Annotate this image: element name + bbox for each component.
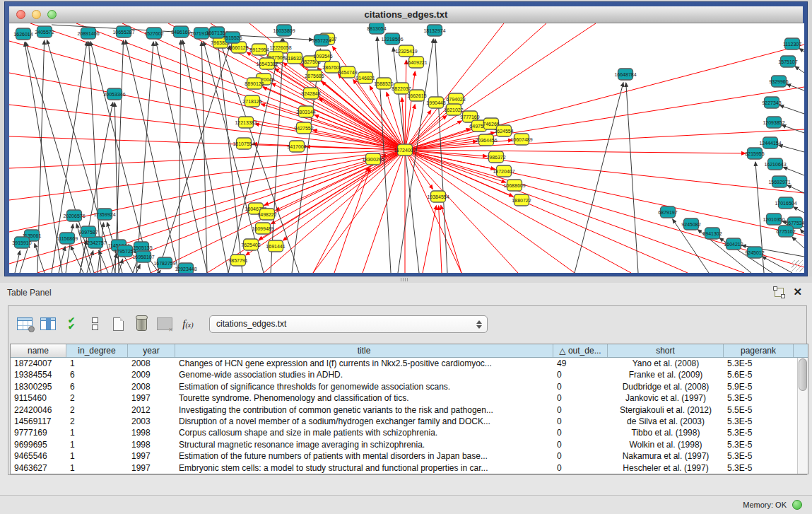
cell-pagerank[interactable]: 5.5E-5: [724, 404, 794, 416]
cell-pagerank[interactable]: 5.6E-5: [724, 369, 794, 380]
cell-year[interactable]: 1998: [128, 427, 175, 438]
cell-year[interactable]: 2012: [128, 404, 175, 416]
cell-title[interactable]: Structural magnetic resonance image aver…: [175, 439, 553, 450]
cell-in-degree[interactable]: 1: [66, 358, 128, 369]
cell-out-de-[interactable]: 0: [553, 427, 608, 438]
cell-short[interactable]: Tibbo et al. (1998): [608, 427, 724, 438]
cell-in-degree[interactable]: 6: [66, 381, 128, 392]
cell-year[interactable]: 1998: [128, 439, 175, 450]
cell-pagerank[interactable]: 5.3E-5: [724, 450, 794, 462]
window-titlebar[interactable]: citations_edges.txt: [9, 6, 803, 23]
scrollbar-thumb[interactable]: [799, 358, 807, 391]
cell-out-de-[interactable]: 0: [553, 450, 608, 462]
close-panel-icon[interactable]: ✕: [793, 286, 802, 298]
splitter-grip-icon[interactable]: [401, 278, 409, 281]
cell-short[interactable]: de Silva et al. (2003): [608, 416, 724, 427]
cell-short[interactable]: Franke et al. (2009): [608, 369, 724, 380]
table-row[interactable]: 1872400712008Changes of HCN gene express…: [11, 358, 797, 369]
canvas-resize-grip[interactable]: [792, 260, 803, 271]
table-row[interactable]: 2242004622012Investigating the contribut…: [11, 404, 797, 416]
column-header-out-de-[interactable]: △ out_de...: [553, 344, 608, 357]
cell-in-degree[interactable]: 2: [66, 416, 128, 427]
cell-year[interactable]: 2008: [128, 358, 175, 369]
cell-out-de-[interactable]: 0: [553, 462, 608, 474]
stacked-rows-icon[interactable]: [84, 314, 105, 334]
cell-year[interactable]: 2003: [128, 416, 175, 427]
cell-short[interactable]: Wolkin et al. (1998): [608, 439, 724, 450]
cell-out-de-[interactable]: 0: [553, 369, 608, 380]
cell-in-degree[interactable]: 6: [66, 369, 128, 380]
cell-title[interactable]: Estimation of significance thresholds fo…: [175, 381, 553, 392]
cell-year[interactable]: 1997: [128, 450, 175, 462]
table-row[interactable]: 1830029562008Estimation of significance …: [11, 381, 797, 392]
table-settings-icon[interactable]: [14, 314, 35, 334]
column-header-year[interactable]: year: [128, 344, 175, 357]
table-row[interactable]: 969969511998Structural magnetic resonanc…: [11, 439, 797, 450]
cell-title[interactable]: Estimation of the future numbers of pati…: [175, 450, 553, 462]
cell-name[interactable]: 18300295: [11, 381, 66, 392]
cell-out-de-[interactable]: 0: [553, 381, 608, 392]
cell-short[interactable]: Stergiakouli et al. (2012): [608, 404, 724, 416]
cell-pagerank[interactable]: 5.3E-5: [724, 439, 794, 450]
column-header-title[interactable]: title: [175, 344, 553, 357]
cell-name[interactable]: 9115460: [11, 392, 66, 404]
cell-title[interactable]: Genome-wide association studies in ADHD.: [175, 369, 553, 380]
cell-short[interactable]: Jankovic et al. (1997): [608, 392, 724, 404]
cell-title[interactable]: Changes of HCN gene expression and I(f) …: [175, 358, 553, 369]
column-header-pagerank[interactable]: pagerank: [724, 344, 794, 357]
cell-year[interactable]: 2008: [128, 381, 175, 392]
cell-year[interactable]: 1997: [128, 392, 175, 404]
column-header-name[interactable]: name: [11, 344, 66, 357]
cell-name[interactable]: 19384554: [11, 369, 66, 380]
cell-in-degree[interactable]: 2: [66, 392, 128, 404]
cell-name[interactable]: 9699695: [11, 439, 66, 450]
cell-name[interactable]: 9463627: [11, 462, 66, 474]
cell-name[interactable]: 22420046: [11, 404, 66, 416]
vertical-scrollbar[interactable]: [797, 358, 808, 474]
cell-title[interactable]: Disruption of a novel member of a sodium…: [175, 416, 553, 427]
cell-pagerank[interactable]: 5.3E-5: [724, 392, 794, 404]
cell-out-de-[interactable]: 0: [553, 392, 608, 404]
cell-pagerank[interactable]: 5.9E-5: [724, 381, 794, 392]
cell-pagerank[interactable]: 5.3E-5: [724, 358, 794, 369]
cell-in-degree[interactable]: 2: [66, 404, 128, 416]
cell-out-de-[interactable]: 0: [553, 404, 608, 416]
table-row[interactable]: 946362711997Embryonic stem cells: a mode…: [11, 462, 797, 474]
cell-in-degree[interactable]: 1: [66, 439, 128, 450]
select-all-checks-icon[interactable]: ✔✔: [61, 314, 82, 334]
cell-in-degree[interactable]: 1: [66, 450, 128, 462]
table-row[interactable]: 1456911722003Disruption of a novel membe…: [11, 416, 797, 427]
cell-short[interactable]: Hescheler et al. (1997): [608, 462, 724, 474]
function-builder-icon[interactable]: f(x): [177, 314, 199, 334]
cell-title[interactable]: Investigating the contribution of common…: [175, 404, 553, 416]
table-selector-dropdown[interactable]: citations_edges.txt: [209, 315, 488, 333]
new-document-icon[interactable]: [107, 314, 129, 334]
cell-pagerank[interactable]: 5.3E-5: [724, 416, 794, 427]
cell-title[interactable]: Corpus callosum shape and size in male p…: [175, 427, 553, 438]
column-header-short[interactable]: short: [608, 344, 724, 357]
cell-in-degree[interactable]: 1: [66, 427, 128, 438]
column-header-in-degree[interactable]: in_degree: [66, 344, 128, 357]
table-row[interactable]: 1938455462009Genome-wide association stu…: [11, 369, 797, 380]
cell-pagerank[interactable]: 5.3E-5: [724, 462, 794, 474]
cell-name[interactable]: 14569117: [11, 416, 66, 427]
cell-title[interactable]: Embryonic stem cells: a model to study s…: [175, 462, 553, 474]
cell-out-de-[interactable]: 0: [553, 439, 608, 450]
panel-splitter[interactable]: [0, 276, 812, 283]
table-row[interactable]: 911546021997Tourette syndrome. Phenomeno…: [11, 392, 797, 404]
delete-trash-icon[interactable]: [131, 314, 152, 334]
cell-short[interactable]: Dudbridge et al. (2008): [608, 381, 724, 392]
cell-out-de-[interactable]: 0: [553, 416, 608, 427]
cell-title[interactable]: Tourette syndrome. Phenomenology and cla…: [175, 392, 553, 404]
cell-name[interactable]: 9465546: [11, 450, 66, 462]
float-window-icon[interactable]: [775, 288, 784, 297]
cell-out-de-[interactable]: 49: [553, 358, 608, 369]
cell-pagerank[interactable]: 5.3E-5: [724, 427, 794, 438]
table-row[interactable]: 977716911998Corpus callosum shape and si…: [11, 427, 797, 438]
cell-year[interactable]: 1997: [128, 462, 175, 474]
cell-name[interactable]: 9777169: [11, 427, 66, 438]
table-row[interactable]: 946554611997Estimation of the future num…: [11, 450, 797, 462]
cell-in-degree[interactable]: 1: [66, 462, 128, 474]
network-canvas[interactable]: 1872400718300295193845547963822866012889…: [9, 23, 804, 273]
show-columns-icon[interactable]: [37, 314, 59, 334]
